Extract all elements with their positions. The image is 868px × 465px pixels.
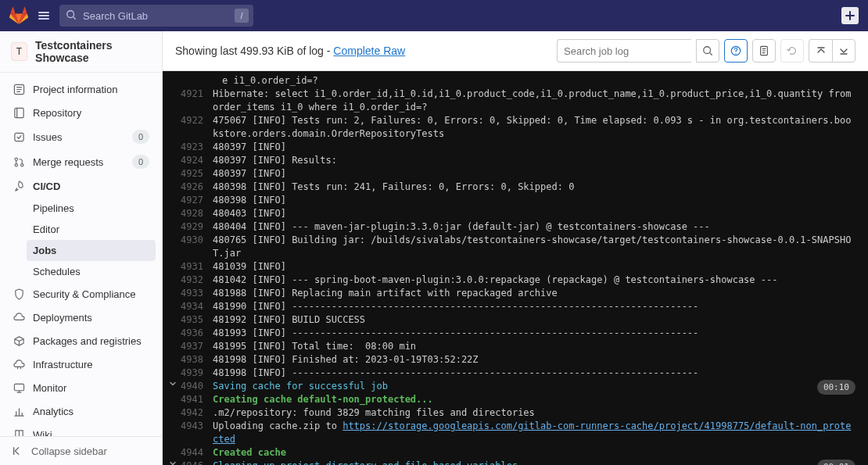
sidebar-item-repository[interactable]: Repository xyxy=(6,101,156,124)
chevron-down-icon xyxy=(169,114,180,141)
log-line: 4922475067 [INFO] Tests run: 2, Failures… xyxy=(163,114,868,141)
log-line: 4943Uploading cache.zip to https://stora… xyxy=(163,420,868,446)
log-line-number[interactable]: 4930 xyxy=(180,234,213,260)
log-line-number[interactable]: 4932 xyxy=(180,274,213,287)
collapse-icon xyxy=(11,445,23,457)
log-line-number[interactable] xyxy=(180,74,213,88)
sidebar-item-project-info[interactable]: Project information xyxy=(6,77,156,101)
log-line-number[interactable]: 4928 xyxy=(180,207,213,220)
log-line-number[interactable]: 4942 xyxy=(180,406,213,420)
nav-label: Deployments xyxy=(33,312,149,324)
project-avatar: T xyxy=(11,42,27,61)
menu-icon[interactable] xyxy=(38,9,50,22)
log-line-text: Cleaning up project directory and file b… xyxy=(213,460,855,465)
chevron-down-icon xyxy=(169,353,180,367)
svg-rect-2 xyxy=(14,108,23,117)
log-line-number[interactable]: 4937 xyxy=(180,340,213,353)
scroll-top-button[interactable] xyxy=(809,39,832,63)
sidebar-item-schedules[interactable]: Schedules xyxy=(27,261,156,282)
log-line-number[interactable]: 4927 xyxy=(180,194,213,207)
gitlab-logo[interactable] xyxy=(9,6,28,25)
log-line-number[interactable]: 4939 xyxy=(180,367,213,380)
job-log-pane[interactable]: e i1_0.order_id=?4921Hibernate: select i… xyxy=(163,71,868,465)
log-line-number[interactable]: 4946 xyxy=(180,460,213,465)
new-button[interactable] xyxy=(841,7,859,24)
sidebar-item-analytics[interactable]: Analytics xyxy=(6,399,156,423)
nav-label: Editor xyxy=(33,224,149,235)
sidebar-item-monitor[interactable]: Monitor xyxy=(6,376,156,399)
svg-point-4 xyxy=(15,158,17,160)
log-line: 4934481990 [INFO] ----------------------… xyxy=(163,300,868,313)
log-line-number[interactable]: 4922 xyxy=(180,114,213,141)
log-line: 4936481993 [INFO] ----------------------… xyxy=(163,327,868,340)
log-line-number[interactable]: 4921 xyxy=(180,88,213,114)
nav-label: Analytics xyxy=(33,406,149,417)
log-line-number[interactable]: 4936 xyxy=(180,327,213,340)
log-line: 4944Created cache xyxy=(163,446,868,460)
nav-label: Merge requests xyxy=(33,156,124,168)
sidebar-item-pipelines[interactable]: Pipelines xyxy=(27,198,156,219)
help-button[interactable] xyxy=(724,39,748,63)
log-line-text: 480403 [INFO] xyxy=(213,207,855,220)
log-line-text: .m2/repository: found 3829 matching file… xyxy=(213,406,855,420)
scroll-bottom-button[interactable] xyxy=(832,39,855,63)
wiki-icon xyxy=(13,428,25,436)
project-header[interactable]: T Testcontainers Showcase xyxy=(0,31,162,73)
log-line-number[interactable]: 4934 xyxy=(180,300,213,313)
nav-label: Packages and registries xyxy=(33,335,149,347)
sidebar-item-infrastructure[interactable]: Infrastructure xyxy=(6,352,156,376)
log-line-text: 481995 [INFO] Total time: 08:00 min xyxy=(213,340,855,353)
repo-icon xyxy=(13,106,25,119)
nav-label: Wiki xyxy=(33,429,149,437)
log-line: 4927480398 [INFO] xyxy=(163,194,868,207)
nav-label: Pipelines xyxy=(33,202,149,214)
log-line-text: 480397 [INFO] xyxy=(213,141,855,154)
log-line-text: 481042 [INFO] --- spring-boot-maven-plug… xyxy=(213,274,855,287)
log-line-number[interactable]: 4926 xyxy=(180,181,213,194)
sidebar-item-packages[interactable]: Packages and registries xyxy=(6,329,156,352)
search-input[interactable] xyxy=(59,5,253,27)
log-line: 4942.m2/repository: found 3829 matching … xyxy=(163,406,868,420)
log-line-number[interactable]: 4925 xyxy=(180,167,213,181)
chevron-down-icon xyxy=(169,313,180,327)
log-line-number[interactable]: 4935 xyxy=(180,313,213,327)
chevron-down-icon[interactable] xyxy=(169,380,180,393)
sidebar-item-issues[interactable]: Issues 0 xyxy=(6,124,156,149)
log-line-number[interactable]: 4938 xyxy=(180,353,213,367)
log-line-text: 481039 [INFO] xyxy=(213,260,855,274)
job-log-search-button[interactable] xyxy=(696,39,719,63)
job-log-search-input[interactable] xyxy=(557,39,691,63)
log-line-number[interactable]: 4940 xyxy=(180,380,213,393)
nav-label: Issues xyxy=(33,131,124,143)
raw-log-button[interactable] xyxy=(752,39,776,63)
log-line-number[interactable]: 4931 xyxy=(180,260,213,274)
log-line: 4932481042 [INFO] --- spring-boot-maven-… xyxy=(163,274,868,287)
chevron-down-icon xyxy=(169,287,180,300)
log-line: 4946Cleaning up project directory and fi… xyxy=(163,460,868,465)
sidebar-item-deployments[interactable]: Deployments xyxy=(6,306,156,329)
log-line-text: 475067 [INFO] Tests run: 2, Failures: 0,… xyxy=(213,114,855,141)
collapse-sidebar-button[interactable]: Collapse sidebar xyxy=(0,436,162,465)
log-link[interactable]: https://storage.googleapis.com/gitlab-co… xyxy=(213,420,851,445)
log-line-number[interactable]: 4929 xyxy=(180,220,213,234)
log-line-text: 481988 [INFO] Replacing main artifact wi… xyxy=(213,287,855,300)
sidebar-item-wiki[interactable]: Wiki xyxy=(6,423,156,436)
sidebar-item-jobs[interactable]: Jobs xyxy=(27,240,156,261)
complete-raw-link[interactable]: Complete Raw xyxy=(333,45,405,57)
log-line-number[interactable]: 4933 xyxy=(180,287,213,300)
log-line-number[interactable]: 4943 xyxy=(180,420,213,446)
log-line-text: 480398 [INFO] Tests run: 241, Failures: … xyxy=(213,181,855,194)
log-line-text: 481992 [INFO] BUILD SUCCESS xyxy=(213,313,855,327)
chevron-down-icon[interactable] xyxy=(169,460,180,465)
sidebar-item-merge-requests[interactable]: Merge requests 0 xyxy=(6,149,156,174)
log-line-number[interactable]: 4924 xyxy=(180,154,213,167)
chevron-down-icon xyxy=(169,74,180,88)
log-line-number[interactable]: 4944 xyxy=(180,446,213,460)
sidebar-item-security[interactable]: Security & Compliance xyxy=(6,282,156,306)
log-line-number[interactable]: 4923 xyxy=(180,141,213,154)
log-line-text: 480765 [INFO] Building jar: /builds/siva… xyxy=(213,234,855,260)
log-line-number[interactable]: 4941 xyxy=(180,393,213,406)
sidebar-item-editor[interactable]: Editor xyxy=(27,219,156,240)
sidebar-item-cicd[interactable]: CI/CD xyxy=(6,174,156,198)
nav-label: Jobs xyxy=(33,245,149,256)
